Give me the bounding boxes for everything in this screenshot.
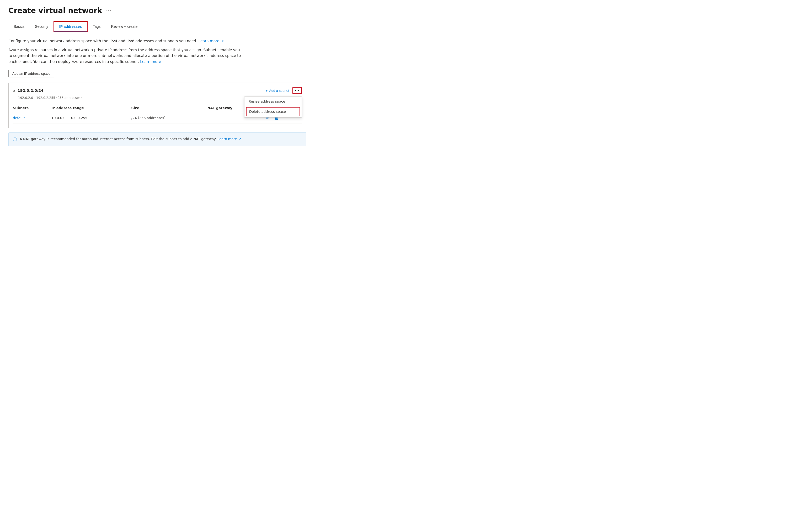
add-ip-address-space-button[interactable]: Add an IP address space [8, 70, 54, 77]
subnet-name-link[interactable]: default [13, 116, 25, 120]
collapse-chevron-icon[interactable]: ∧ [13, 89, 16, 92]
tab-basics[interactable]: Basics [8, 21, 30, 32]
tab-ip-addresses[interactable]: IP addresses [54, 21, 88, 32]
address-space-cidr: 192.0.2.0/24 [18, 88, 44, 93]
add-subnet-button[interactable]: + Add a subnet [265, 89, 289, 93]
plus-icon: + [265, 89, 267, 93]
info-banner-text: A NAT gateway is recommended for outboun… [20, 136, 241, 142]
tab-bar: Basics Security IP addresses Tags Review… [8, 21, 306, 32]
col-ip-range: IP address range [51, 104, 132, 112]
address-space-actions: + Add a subnet ··· Resize address space … [265, 87, 302, 94]
learn-more-link-primary[interactable]: Learn more ↗ [199, 39, 224, 43]
tab-tags[interactable]: Tags [88, 21, 106, 32]
description-secondary: Azure assigns resources in a virtual net… [8, 47, 244, 64]
tab-security[interactable]: Security [30, 21, 54, 32]
page-options-button[interactable]: ··· [105, 8, 112, 14]
tab-review-create[interactable]: Review + create [106, 21, 143, 32]
address-space-container: ∧ 192.0.2.0/24 + Add a subnet ··· Resize… [8, 83, 306, 128]
learn-more-link-secondary[interactable]: Learn more [140, 60, 161, 64]
info-icon: ⓘ [13, 137, 17, 142]
external-link-icon-banner: ↗ [239, 137, 241, 142]
subnet-ip-range-cell: 10.0.0.0 - 10.0.0.255 [51, 112, 132, 124]
address-space-title: ∧ 192.0.2.0/24 [13, 88, 44, 93]
info-banner: ⓘ A NAT gateway is recommended for outbo… [8, 133, 306, 146]
subnet-size-cell: /24 (256 addresses) [132, 112, 207, 124]
address-space-header: ∧ 192.0.2.0/24 + Add a subnet ··· Resize… [13, 87, 302, 94]
resize-address-space-item[interactable]: Resize address space [244, 97, 301, 106]
address-space-more-button[interactable]: ··· [292, 87, 302, 94]
address-space-dropdown-menu: Resize address space Delete address spac… [244, 96, 302, 117]
page-title: Create virtual network [8, 6, 102, 15]
learn-more-link-banner[interactable]: Learn more ↗ [218, 137, 241, 141]
external-link-icon-primary: ↗ [221, 39, 224, 44]
col-size: Size [132, 104, 207, 112]
delete-address-space-item[interactable]: Delete address space [246, 107, 300, 116]
description-primary: Configure your virtual network address s… [8, 38, 306, 44]
col-subnets: Subnets [13, 104, 51, 112]
page-title-row: Create virtual network ··· [8, 6, 306, 15]
subnet-name-cell: default [13, 112, 51, 124]
